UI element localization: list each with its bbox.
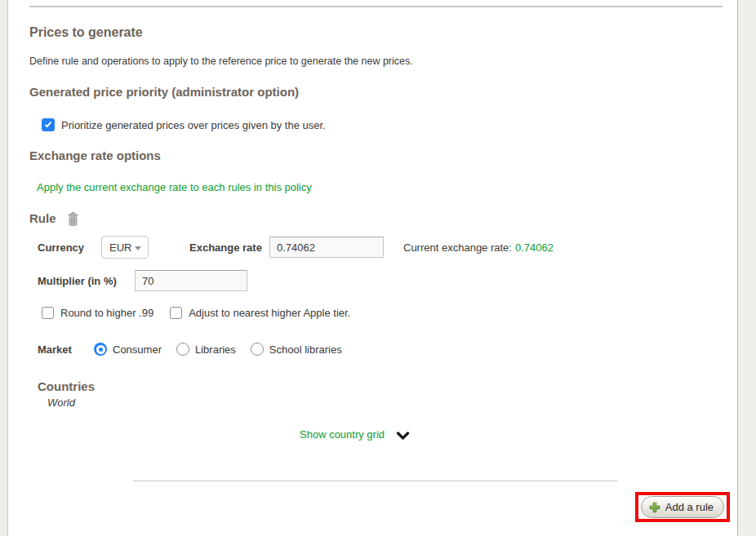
apply-exchange-rate-link[interactable]: Apply the current exchange rate to each … xyxy=(37,181,312,193)
prices-panel: Prices to generate Define rule and opera… xyxy=(8,0,736,536)
multiplier-input[interactable] xyxy=(135,270,247,291)
market-label: Market xyxy=(38,343,94,356)
multiplier-label: Multiplier (in %) xyxy=(38,275,135,287)
priority-checkbox-row: Prioritize generated prices over prices … xyxy=(42,118,736,131)
rounding-options-row: Round to higher .99 Adjust to nearest hi… xyxy=(42,307,736,319)
current-rate-label: Current exchange rate: xyxy=(403,241,512,254)
apple-tier-label: Adjust to nearest higher Apple tier. xyxy=(189,307,350,319)
market-row: Market Consumer Libraries School librari… xyxy=(38,343,736,356)
plus-icon xyxy=(649,502,660,513)
right-scroll-gutter xyxy=(737,0,756,536)
market-radio-school-libraries[interactable] xyxy=(251,343,264,356)
add-rule-button[interactable]: Add a rule xyxy=(641,496,724,518)
delete-rule-button[interactable] xyxy=(67,212,79,226)
prioritize-checkbox[interactable] xyxy=(42,118,55,131)
market-radio-consumer[interactable] xyxy=(94,343,107,356)
current-rate-value: 0.74062 xyxy=(515,241,554,254)
prioritize-checkbox-label: Prioritize generated prices over prices … xyxy=(61,119,326,131)
currency-select[interactable]: EUR xyxy=(101,236,149,259)
exchange-rate-input[interactable] xyxy=(269,237,384,258)
priority-section-heading: Generated price priority (administrator … xyxy=(29,85,736,100)
checkmark-icon xyxy=(45,121,51,128)
left-gutter xyxy=(0,0,8,536)
current-exchange-rate: Current exchange rate:0.74062 xyxy=(403,241,554,254)
market-radio-consumer-label: Consumer xyxy=(113,343,162,356)
add-rule-button-label: Add a rule xyxy=(665,501,714,513)
market-radio-libraries-label: Libraries xyxy=(195,343,236,356)
show-country-grid-link[interactable]: Show country grid xyxy=(300,428,385,441)
apple-tier-checkbox[interactable] xyxy=(170,307,182,319)
multiplier-row: Multiplier (in %) xyxy=(38,270,736,291)
round-to-99-label: Round to higher .99 xyxy=(60,307,153,319)
page-title: Prices to generate xyxy=(29,24,736,40)
highlight-annotation-rect: Add a rule xyxy=(635,492,730,522)
currency-label: Currency xyxy=(38,241,101,254)
countries-value: World xyxy=(47,396,736,409)
bottom-divider xyxy=(133,481,618,481)
round-to-99-checkbox[interactable] xyxy=(42,307,54,319)
page-description: Define rule and operations to apply to t… xyxy=(29,55,736,68)
exchange-rate-label: Exchange rate xyxy=(189,241,269,254)
dropdown-arrow-icon xyxy=(135,246,141,250)
market-radio-libraries[interactable] xyxy=(176,343,189,356)
exchange-section-heading: Exchange rate options xyxy=(29,148,736,163)
currency-selected-value: EUR xyxy=(109,241,131,254)
chevron-down-icon xyxy=(396,432,410,441)
show-country-grid-toggle[interactable] xyxy=(396,432,410,441)
top-divider xyxy=(29,6,723,7)
rule-heading: Rule xyxy=(29,211,56,226)
market-radio-school-libraries-label: School libraries xyxy=(269,343,342,356)
currency-exchange-row: Currency EUR Exchange rate Current excha… xyxy=(38,236,736,259)
countries-heading: Countries xyxy=(38,379,736,394)
trash-icon xyxy=(67,212,79,226)
